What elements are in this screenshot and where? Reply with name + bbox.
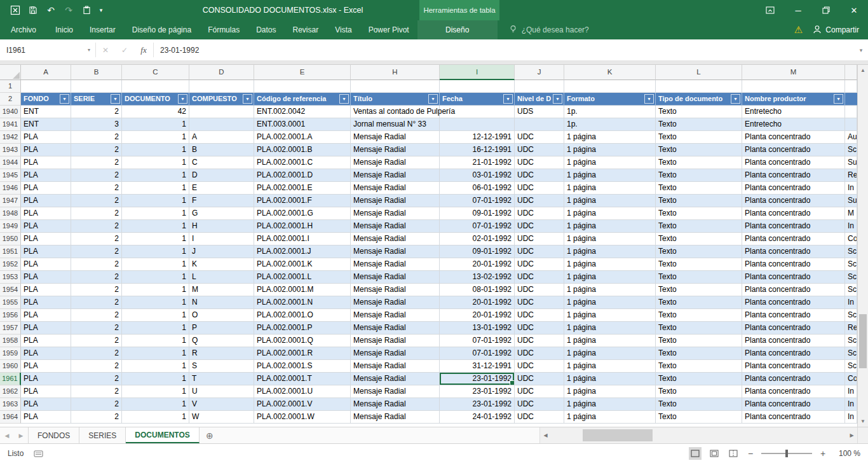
cell[interactable]: 3	[71, 118, 122, 131]
cell[interactable]: PLA.002.0001.Q	[254, 335, 351, 347]
cell[interactable]: 09-01-1992	[440, 245, 515, 258]
table-header-cell[interactable]: Título▼	[351, 93, 440, 106]
cell[interactable]: Planta concentrado	[742, 258, 845, 271]
cell[interactable]: 1 página	[564, 360, 656, 373]
cell[interactable]: PLA	[21, 284, 71, 296]
cell[interactable]: 1 página	[564, 220, 656, 233]
cell[interactable]: Mensaje Radial	[351, 322, 440, 335]
row-header-1[interactable]: 1	[0, 80, 21, 93]
column-header-H[interactable]: H	[351, 65, 440, 80]
cell[interactable]: 2	[71, 156, 122, 169]
cell[interactable]: N	[189, 296, 254, 309]
cell[interactable]: In	[845, 182, 857, 195]
column-header-partial[interactable]	[845, 65, 857, 80]
cell[interactable]: 2	[71, 271, 122, 284]
cell[interactable]: Planta concentrado	[742, 322, 845, 335]
table-header-cell[interactable]: Formato▼	[564, 93, 656, 106]
cell[interactable]: Planta concentrado	[742, 207, 845, 220]
cell[interactable]: 07-01-1992	[440, 335, 515, 347]
select-all-corner[interactable]	[0, 65, 21, 80]
cell[interactable]: 2	[71, 347, 122, 360]
cell[interactable]: 2	[71, 245, 122, 258]
formula-bar-expand-icon[interactable]: ▾	[854, 39, 868, 60]
close-icon[interactable]: ✕	[840, 0, 868, 20]
ribbon-display-options-icon[interactable]	[756, 0, 784, 20]
cell[interactable]: 2	[71, 385, 122, 398]
cell[interactable]: Re	[845, 322, 857, 335]
cell[interactable]: Planta concentrado	[742, 156, 845, 169]
cell[interactable]: PLA	[21, 309, 71, 322]
row-header-1942[interactable]: 1942	[0, 131, 21, 144]
cell[interactable]: PLA	[21, 296, 71, 309]
row-header-1951[interactable]: 1951	[0, 245, 21, 258]
cell[interactable]: 1 página	[564, 144, 656, 156]
ribbon-tab-revisar[interactable]: Revisar	[285, 20, 327, 39]
cell[interactable]: M	[189, 284, 254, 296]
cell[interactable]: 20-01-1992	[440, 296, 515, 309]
cell[interactable]: PLA.002.0001.R	[254, 347, 351, 360]
cell[interactable]: PLA.002.0001.E	[254, 182, 351, 195]
cell[interactable]: PLA.002.0001.L	[254, 271, 351, 284]
cell[interactable]	[440, 118, 515, 131]
cell[interactable]: In	[845, 398, 857, 411]
cell[interactable]: UDC	[515, 309, 564, 322]
cell[interactable]: 1	[122, 118, 189, 131]
cell[interactable]	[845, 118, 857, 131]
filter-button[interactable]: ▼	[60, 94, 69, 104]
cell[interactable]: PLA	[21, 398, 71, 411]
cell[interactable]: 1	[122, 144, 189, 156]
cell[interactable]: 1p.	[564, 106, 656, 118]
cell[interactable]: PLA.002.0001.W	[254, 411, 351, 424]
cell[interactable]: 1	[122, 258, 189, 271]
minimize-icon[interactable]: ─	[784, 0, 812, 20]
cell[interactable]: 1	[122, 233, 189, 245]
cell[interactable]: 1 página	[564, 245, 656, 258]
cell[interactable]: 2	[71, 322, 122, 335]
ribbon-tab-diseno[interactable]: Diseño	[417, 20, 498, 39]
scroll-left-icon[interactable]: ◀	[540, 427, 551, 443]
cell[interactable]: 2	[71, 207, 122, 220]
cell[interactable]: UDS	[515, 106, 564, 118]
cell[interactable]	[189, 118, 254, 131]
cell[interactable]: UDC	[515, 347, 564, 360]
cell[interactable]: 2	[71, 309, 122, 322]
cell[interactable]: F	[189, 195, 254, 207]
cell[interactable]: 09-01-1992	[440, 207, 515, 220]
scroll-right-icon[interactable]: ▶	[846, 427, 857, 443]
cell[interactable]: 07-01-1992	[440, 195, 515, 207]
cell[interactable]: Texto	[656, 284, 742, 296]
vertical-scrollbar[interactable]: ▲ ▼	[857, 65, 868, 427]
cell[interactable]: 1 página	[564, 296, 656, 309]
cell[interactable]: PLA.002.0001.T	[254, 373, 351, 385]
horizontal-scroll-thumb[interactable]	[583, 429, 653, 441]
cell[interactable]: 1p.	[564, 118, 656, 131]
cell[interactable]: UDC	[515, 207, 564, 220]
row-header-1946[interactable]: 1946	[0, 182, 21, 195]
restore-icon[interactable]	[812, 0, 840, 20]
cell[interactable]: 2	[71, 220, 122, 233]
row-header-1945[interactable]: 1945	[0, 169, 21, 182]
cell[interactable]: PLA	[21, 144, 71, 156]
cell[interactable]: 1 página	[564, 398, 656, 411]
name-box-dropdown-icon[interactable]: ▾	[83, 39, 95, 60]
cell[interactable]: 1	[122, 182, 189, 195]
cell[interactable]: S	[189, 360, 254, 373]
cell[interactable]: Mensaje Radial	[351, 258, 440, 271]
cell[interactable]: Planta concentrado	[742, 131, 845, 144]
enter-icon[interactable]: ✓	[115, 39, 134, 60]
ribbon-tab-archivo[interactable]: Archivo	[0, 20, 47, 39]
cell[interactable]: UDC	[515, 335, 564, 347]
ribbon-tab-datos[interactable]: Datos	[248, 20, 284, 39]
cell[interactable]: Mensaje Radial	[351, 144, 440, 156]
cell[interactable]: PLA	[21, 207, 71, 220]
cell[interactable]	[656, 80, 742, 93]
cell[interactable]: 1 página	[564, 207, 656, 220]
cell[interactable]: 16-12-1991	[440, 144, 515, 156]
cell[interactable]: UDC	[515, 322, 564, 335]
cell[interactable]: Texto	[656, 182, 742, 195]
row-header-1960[interactable]: 1960	[0, 360, 21, 373]
cell[interactable]: 2	[71, 169, 122, 182]
cell[interactable]: 1 página	[564, 182, 656, 195]
cell[interactable]: 1 página	[564, 335, 656, 347]
row-header-1950[interactable]: 1950	[0, 233, 21, 245]
